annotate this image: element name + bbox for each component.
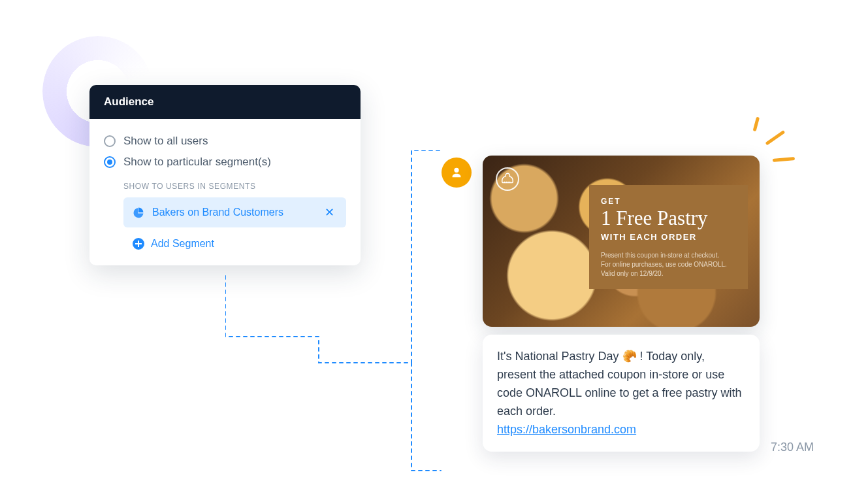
coupon-subtitle: WITH EACH ORDER [601,232,736,242]
radio-label: Show to all users [123,135,208,148]
radio-particular-segments[interactable]: Show to particular segment(s) [104,152,346,173]
remove-segment-icon[interactable]: ✕ [322,205,337,220]
brand-badge-icon [496,167,519,191]
message-bubble: It's National Pastry Day 🥐 ! Today only,… [483,335,760,452]
panel-body: Show to all users Show to particular seg… [89,119,361,265]
segment-name: Bakers on Brand Customers [152,207,314,218]
coupon-fine-print: Present this coupon in-store at checkout… [601,251,736,278]
coupon-image-card: GET 1 Free Pastry WITH EACH ORDER Presen… [483,156,760,327]
audience-panel: Audience Show to all users Show to parti… [89,85,361,265]
segment-chip[interactable]: Bakers on Brand Customers ✕ [123,197,346,227]
coupon-title: 1 Free Pastry [601,207,736,229]
radio-icon [104,135,116,147]
radio-all-users[interactable]: Show to all users [104,131,346,152]
croissant-emoji: 🥐 [622,350,637,363]
panel-header: Audience [89,85,361,119]
message-timestamp: 7:30 AM [771,441,814,454]
radio-label: Show to particular segment(s) [123,156,271,169]
pie-chart-icon [133,207,144,218]
coupon-get-label: GET [601,197,736,206]
plus-circle-icon [133,238,144,250]
sender-avatar [442,158,472,188]
segments-heading: SHOW TO USERS IN SEGMENTS [123,182,346,191]
add-segment-label: Add Segment [151,238,214,250]
user-icon [449,165,464,180]
coupon-offer-box: GET 1 Free Pastry WITH EACH ORDER Presen… [589,185,748,289]
add-segment-button[interactable]: Add Segment [133,238,346,250]
radio-icon-selected [104,156,116,168]
sparkle-accent [754,123,807,175]
message-link[interactable]: https://bakersonbrand.com [497,423,636,436]
message-text-part1: It's National Pastry Day [497,350,622,363]
